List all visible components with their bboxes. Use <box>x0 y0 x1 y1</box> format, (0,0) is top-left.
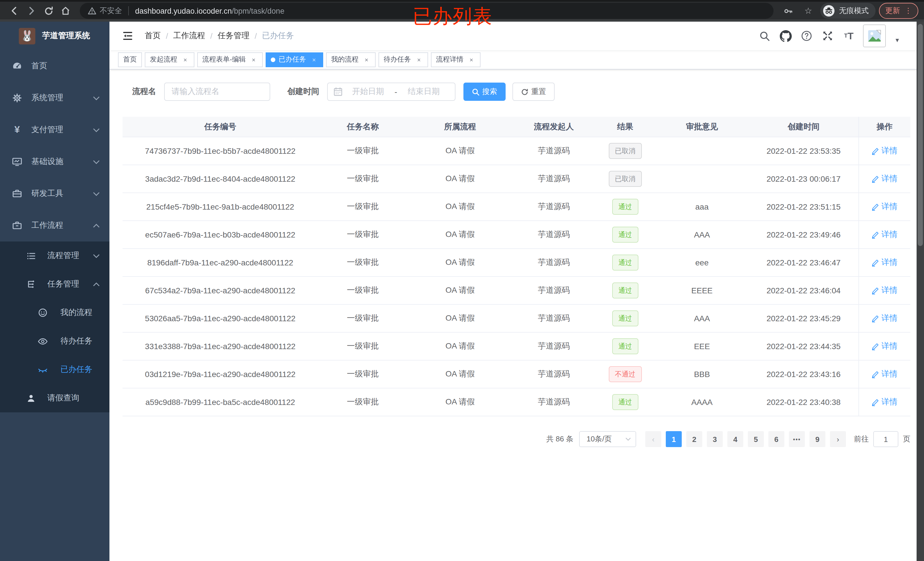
page-button[interactable]: 2 <box>686 431 702 447</box>
edit-pen-icon <box>872 315 879 322</box>
github-icon[interactable] <box>778 29 792 43</box>
detail-link[interactable]: 详情 <box>872 257 897 268</box>
cell-process: OA 请假 <box>408 285 513 296</box>
sidebar-item-home[interactable]: 首页 <box>0 50 110 82</box>
annotation-text: 已办列表 <box>413 3 492 30</box>
page-button[interactable]: 6 <box>768 431 784 447</box>
reset-button[interactable]: 重置 <box>513 82 555 101</box>
next-page-button[interactable]: › <box>830 431 846 447</box>
fullscreen-icon[interactable] <box>821 29 834 43</box>
chevron-down-icon <box>93 160 100 164</box>
date-range-input[interactable]: 开始日期 - 结束日期 <box>327 82 456 101</box>
sidebar-item-workflow[interactable]: 工作流程 <box>0 209 110 241</box>
help-icon[interactable] <box>800 29 813 43</box>
avatar-caret-icon[interactable]: ▼ <box>894 37 900 43</box>
detail-link[interactable]: 详情 <box>872 313 897 323</box>
status-badge: 通过 <box>612 310 638 326</box>
goto-page-input[interactable]: 1 <box>873 431 898 447</box>
tab[interactable]: 发起流程 × <box>145 52 194 67</box>
scrollbar-thumb[interactable] <box>918 24 923 246</box>
cell-create-time: 2022-01-22 23:51:15 <box>749 202 858 211</box>
back-icon[interactable] <box>6 2 23 19</box>
bookmark-star-icon[interactable]: ☆ <box>800 2 817 19</box>
detail-link[interactable]: 详情 <box>872 146 897 156</box>
sidebar-item-task-mgmt[interactable]: 任务管理 <box>0 270 110 298</box>
browser-menu-icon[interactable]: ⋮ <box>904 8 912 13</box>
sidebar-logo[interactable]: 🐰 芋道管理系统 <box>0 22 110 50</box>
close-icon[interactable]: × <box>250 55 258 63</box>
dashboard-icon <box>12 61 22 71</box>
tab-label: 首页 <box>123 55 137 64</box>
sidebar-item-infra[interactable]: 基础设施 <box>0 146 110 178</box>
cell-create-time: 2022-01-22 23:40:38 <box>749 398 858 407</box>
close-icon[interactable]: × <box>181 55 189 63</box>
not-secure-icon <box>88 7 96 15</box>
process-name-input[interactable]: 请输入流程名 <box>164 82 270 101</box>
incognito-label: 无痕模式 <box>839 6 869 16</box>
tags-view: 首页 发起流程 × 流程表单-编辑 × 已办任务 × 我的流程 × 待办任务 ×… <box>110 50 924 69</box>
detail-link[interactable]: 详情 <box>872 285 897 296</box>
tab[interactable]: 首页 <box>118 52 142 67</box>
sidebar-item-payment[interactable]: ¥ 支付管理 <box>0 114 110 146</box>
close-icon[interactable]: × <box>415 55 423 63</box>
sidebar-item-process-mgmt[interactable]: 流程管理 <box>0 241 110 270</box>
search-icon[interactable] <box>758 29 771 43</box>
page-button[interactable]: 4 <box>728 431 743 447</box>
sidebar-item-todo-tasks[interactable]: 待办任务 <box>0 327 110 355</box>
edit-pen-icon <box>872 175 879 183</box>
search-button[interactable]: 搜索 <box>464 82 506 101</box>
sidebar-item-my-process[interactable]: 我的流程 <box>0 298 110 327</box>
forward-icon[interactable] <box>23 2 40 19</box>
detail-link[interactable]: 详情 <box>872 174 897 184</box>
detail-link[interactable]: 详情 <box>872 341 897 352</box>
sidebar-item-system[interactable]: 系统管理 <box>0 82 110 114</box>
app-title: 芋道管理系统 <box>42 31 90 41</box>
page-button[interactable]: ••• <box>789 431 805 447</box>
cell-process: OA 请假 <box>408 369 513 379</box>
table-body: 74736737-7b9b-11ec-b5b7-acde48001122 一级审… <box>123 137 910 416</box>
status-badge: 已取消 <box>609 143 642 159</box>
home-icon[interactable] <box>57 2 74 19</box>
sidebar-toggle-icon[interactable] <box>117 25 138 46</box>
sidebar-item-done-tasks[interactable]: 已办任务 <box>0 355 110 384</box>
tab[interactable]: 我的流程 × <box>326 52 376 67</box>
font-size-icon[interactable]: TT <box>842 29 856 43</box>
start-date-placeholder: 开始日期 <box>343 87 393 97</box>
browser-update-button[interactable]: 更新 ⋮ <box>879 3 918 19</box>
col-comment: 审批意见 <box>655 121 749 132</box>
detail-link[interactable]: 详情 <box>872 397 897 407</box>
close-icon[interactable]: × <box>310 55 318 63</box>
col-actions: 操作 <box>858 117 910 137</box>
page-button[interactable]: 9 <box>809 431 825 447</box>
edit-pen-icon <box>872 287 879 294</box>
page-button[interactable]: 1 <box>666 431 682 447</box>
detail-link[interactable]: 详情 <box>872 229 897 240</box>
cell-task-name: 一级审批 <box>318 369 408 379</box>
reload-icon[interactable] <box>40 2 57 19</box>
page-size-select[interactable]: 10条/页 <box>579 431 636 447</box>
tab[interactable]: 流程表单-编辑 × <box>197 52 263 67</box>
sidebar-item-label: 基础设施 <box>32 157 63 167</box>
breadcrumb-workflow[interactable]: 工作流程 <box>173 31 205 41</box>
sidebar-item-devtools[interactable]: 研发工具 <box>0 178 110 209</box>
password-key-icon[interactable] <box>779 2 796 19</box>
detail-link[interactable]: 详情 <box>872 369 897 379</box>
close-icon[interactable]: × <box>363 55 370 63</box>
prev-page-button[interactable]: ‹ <box>645 431 661 447</box>
tab[interactable]: 待办任务 × <box>378 52 428 67</box>
tab[interactable]: 已办任务 × <box>266 52 323 67</box>
page-button[interactable]: 5 <box>748 431 764 447</box>
avatar[interactable] <box>863 24 886 47</box>
cell-task-id: 74736737-7b9b-11ec-b5b7-acde48001122 <box>123 147 318 156</box>
breadcrumb-home[interactable]: 首页 <box>145 31 161 41</box>
page-button[interactable]: 3 <box>707 431 723 447</box>
page-buttons: 123456•••9 <box>663 431 828 447</box>
sidebar-item-leave-query[interactable]: 请假查询 <box>0 384 110 412</box>
edit-pen-icon <box>872 147 879 155</box>
rabbit-logo-icon: 🐰 <box>19 28 35 44</box>
tab[interactable]: 流程详情 × <box>431 52 480 67</box>
detail-link[interactable]: 详情 <box>872 202 897 212</box>
page-scrollbar[interactable] <box>916 22 924 561</box>
close-icon[interactable]: × <box>467 55 476 63</box>
breadcrumb-task-mgmt[interactable]: 任务管理 <box>218 31 250 41</box>
